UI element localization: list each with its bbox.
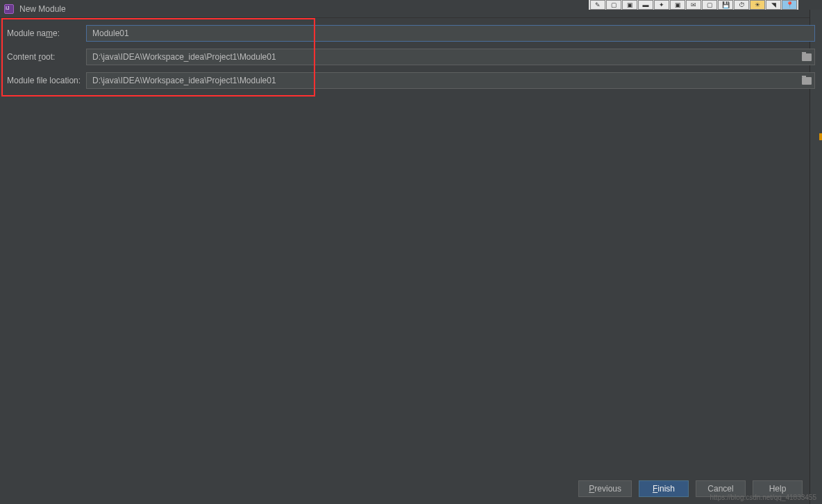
previous-button[interactable]: Previous [578,480,632,497]
tool-icon[interactable]: ▢ [606,0,621,10]
watermark-text: https://blog.csdn.net/qq_41833455 [710,494,816,501]
module-name-input-wrapper [86,25,815,42]
tool-icon[interactable]: ▣ [670,0,685,10]
module-file-location-label: Module file location: [7,76,86,85]
tool-icon[interactable]: ◥ [766,0,781,10]
module-file-location-input[interactable] [86,72,815,89]
window-title: New Module [19,4,66,14]
tool-icon[interactable]: 💾 [718,0,733,10]
finish-button[interactable]: Finish [639,480,689,497]
tool-icon[interactable]: ✦ [654,0,669,10]
tool-icon[interactable]: 📍 [782,0,797,10]
tool-icon[interactable]: ✎ [590,0,605,10]
content-root-row: Content root: [7,49,815,65]
tool-icon[interactable]: ☀ [750,0,765,10]
form-area: Module name: Content root: Module file l… [0,18,822,103]
module-name-label: Module name: [7,28,86,38]
module-name-input[interactable] [86,25,815,42]
background-toolbar: ✎ ▢ ▣ ▬ ✦ ▣ ✉ ▢ 💾 ⏱ ☀ ◥ 📍 [589,0,798,10]
module-file-location-row: Module file location: [7,72,815,89]
tool-icon[interactable]: ▣ [622,0,637,10]
tool-icon[interactable]: ⏱ [734,0,749,10]
content-root-input[interactable] [86,49,815,65]
content-root-input-wrapper [86,49,815,65]
app-icon [4,4,14,14]
folder-icon [802,53,812,61]
content-root-browse-button[interactable] [800,50,814,64]
tool-icon[interactable]: ✉ [686,0,701,10]
module-file-location-input-wrapper [86,72,815,89]
module-name-row: Module name: [7,25,815,42]
content-root-label: Content root: [7,52,86,62]
folder-icon [802,77,812,85]
module-file-location-browse-button[interactable] [800,74,814,87]
tool-icon[interactable]: ▬ [638,0,653,10]
tool-icon[interactable]: ▢ [702,0,717,10]
gutter-marker [819,133,822,140]
